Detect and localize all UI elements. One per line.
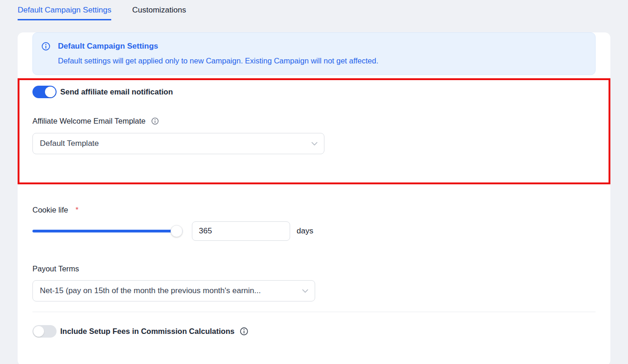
- toggle-knob: [45, 87, 56, 97]
- cookie-life-unit: days: [297, 226, 313, 236]
- settings-page: Default Campaign Settings Customizations…: [0, 0, 628, 364]
- info-banner: Default Campaign Settings Default settin…: [32, 32, 596, 75]
- highlighted-region: Send affiliate email notification Affili…: [18, 78, 610, 184]
- payout-terms-label-row: Payout Terms: [32, 264, 596, 273]
- template-select[interactable]: Default Template: [32, 133, 324, 154]
- cookie-life-section: Cookie life * days: [18, 206, 610, 241]
- chevron-down-icon: [302, 289, 308, 293]
- setup-fees-section: Include Setup Fees in Commission Calcula…: [18, 325, 610, 338]
- chevron-down-icon: [311, 142, 317, 146]
- cookie-life-input[interactable]: [192, 221, 290, 241]
- template-field-label-row: Affiliate Welcome Email Template: [32, 117, 596, 126]
- settings-card: Default Campaign Settings Default settin…: [18, 32, 610, 364]
- setup-fees-toggle[interactable]: [32, 325, 57, 338]
- send-email-toggle-row: Send affiliate email notification: [32, 86, 596, 98]
- cookie-life-label: Cookie life: [32, 206, 68, 214]
- required-asterisk: *: [76, 206, 78, 214]
- cookie-life-slider-row: days: [32, 221, 596, 241]
- payout-terms-select[interactable]: Net-15 (pay on 15th of the month the pre…: [32, 280, 315, 301]
- setup-fees-toggle-label: Include Setup Fees in Commission Calcula…: [60, 327, 235, 336]
- cookie-life-slider[interactable]: [32, 225, 183, 237]
- payout-terms-select-value: Net-15 (pay on 15th of the month the pre…: [40, 286, 302, 295]
- cookie-life-label-row: Cookie life *: [32, 206, 596, 214]
- section-divider: [32, 312, 596, 312]
- payout-terms-section: Payout Terms Net-15 (pay on 15th of the …: [18, 264, 610, 301]
- setup-fees-info-icon[interactable]: [240, 327, 248, 336]
- template-info-icon[interactable]: [151, 117, 159, 125]
- cookie-life-slider-fill: [32, 230, 183, 232]
- banner-description: Default settings will get applied only t…: [58, 56, 584, 65]
- slider-knob[interactable]: [171, 225, 183, 237]
- send-email-toggle-label: Send affiliate email notification: [60, 88, 173, 96]
- tab-default-campaign-settings[interactable]: Default Campaign Settings: [18, 6, 111, 20]
- tab-bar: Default Campaign Settings Customizations: [0, 0, 628, 20]
- send-email-toggle[interactable]: [32, 86, 57, 98]
- toggle-knob: [33, 326, 44, 337]
- banner-title: Default Campaign Settings: [58, 42, 158, 51]
- template-field-label: Affiliate Welcome Email Template: [32, 117, 146, 126]
- info-banner-header: Default Campaign Settings: [41, 42, 584, 51]
- template-select-value: Default Template: [40, 139, 311, 148]
- info-icon: [41, 42, 51, 51]
- payout-terms-label: Payout Terms: [32, 264, 79, 273]
- setup-fees-toggle-row: Include Setup Fees in Commission Calcula…: [32, 325, 596, 338]
- tab-customizations[interactable]: Customizations: [132, 6, 186, 20]
